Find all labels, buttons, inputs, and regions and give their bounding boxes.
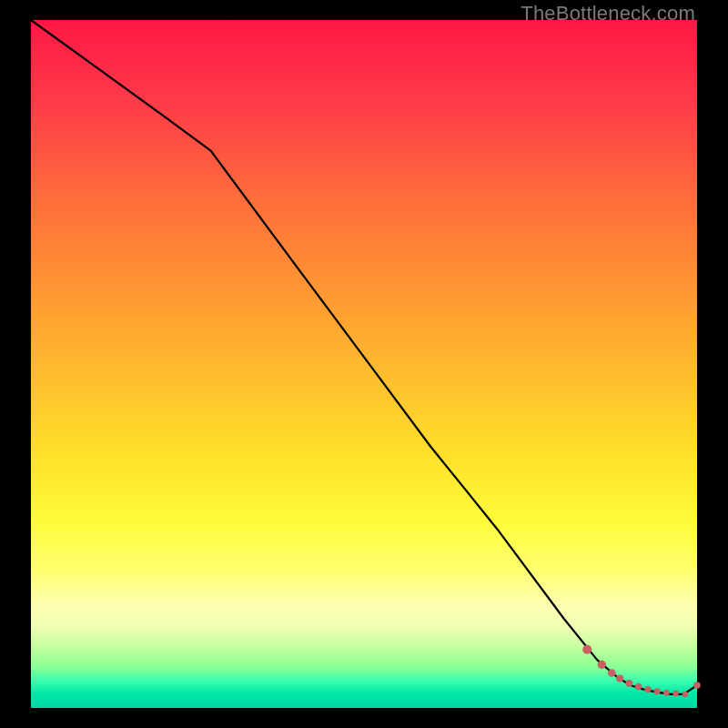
- marker-dot: [654, 688, 661, 694]
- marker-dot: [616, 674, 623, 682]
- marker-dot: [682, 692, 688, 697]
- chart-plot-area: [31, 20, 697, 708]
- marker-dot: [635, 683, 642, 690]
- marker-dot: [693, 682, 701, 689]
- marker-dot: [608, 669, 616, 677]
- marker-dot: [582, 645, 592, 654]
- marker-dot: [625, 680, 632, 687]
- marker-dot: [663, 690, 670, 696]
- marker-dot: [598, 661, 606, 669]
- watermark-text: TheBottleneck.com: [521, 2, 695, 25]
- chart-svg: [31, 20, 697, 708]
- bottleneck-curve: [31, 20, 697, 694]
- marker-dot: [644, 686, 651, 693]
- marker-dot: [672, 691, 679, 697]
